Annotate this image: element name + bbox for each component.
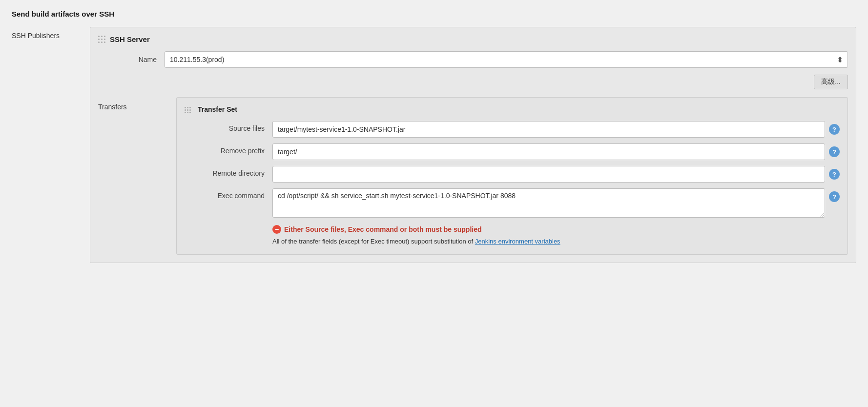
transfer-set-box: Transfer Set Source files ?: [176, 97, 848, 255]
exec-command-input-wrap: cd /opt/script/ && sh service_start.sh m…: [272, 188, 825, 219]
error-sub-before: All of the transfer fields (except for E…: [272, 238, 475, 245]
jenkins-env-vars-link[interactable]: Jenkins environment variables: [475, 238, 560, 245]
transfer-set-title: Transfer Set: [198, 105, 237, 113]
remove-prefix-row: Remove prefix ?: [185, 143, 840, 160]
page-title: Send build artifacts over SSH: [12, 10, 856, 18]
source-files-input-wrap: [272, 121, 825, 138]
transfers-label: Transfers: [98, 97, 176, 255]
exec-command-row: Exec command cd /opt/script/ && sh servi…: [185, 188, 840, 219]
advanced-btn-row: 高级...: [98, 75, 848, 89]
ssh-server-title: SSH Server: [110, 35, 150, 43]
remove-prefix-label: Remove prefix: [185, 143, 272, 155]
ssh-server-panel: SSH Server Name 10.211.55.3(prod) ⬍ 高级..…: [90, 27, 856, 263]
remove-prefix-help-icon[interactable]: ?: [829, 146, 840, 157]
advanced-button[interactable]: 高级...: [814, 75, 848, 89]
error-sub-text: All of the transfer fields (except for E…: [272, 237, 840, 246]
ssh-publishers-label: SSH Publishers: [12, 27, 90, 263]
name-label: Name: [98, 56, 157, 63]
transfers-layout: Transfers Transfer Set Source files: [98, 97, 848, 255]
remote-directory-label: Remote directory: [185, 166, 272, 177]
main-layout: SSH Publishers SSH Server Name: [12, 27, 856, 263]
name-row: Name 10.211.55.3(prod) ⬍: [98, 51, 848, 68]
error-section: − Either Source files, Exec command or b…: [185, 225, 840, 246]
drag-handle[interactable]: [98, 36, 106, 43]
source-files-label: Source files: [185, 121, 272, 132]
remote-directory-input[interactable]: [272, 166, 825, 183]
error-message-text: Either Source files, Exec command or bot…: [284, 225, 482, 233]
remove-prefix-input-group: ?: [272, 143, 840, 160]
transfer-set-header: Transfer Set: [185, 105, 840, 113]
source-files-input-group: ?: [272, 121, 840, 138]
name-select-wrapper: 10.211.55.3(prod) ⬍: [165, 51, 848, 68]
error-icon: −: [272, 225, 281, 234]
error-message-row: − Either Source files, Exec command or b…: [272, 225, 840, 234]
transfer-drag-handle[interactable]: [185, 107, 191, 113]
source-files-row: Source files ?: [185, 121, 840, 138]
remove-prefix-input-wrap: [272, 143, 825, 160]
name-select[interactable]: 10.211.55.3(prod): [165, 51, 848, 68]
remove-prefix-input[interactable]: [272, 143, 825, 160]
ssh-server-header: SSH Server: [98, 35, 848, 43]
remote-directory-help-icon[interactable]: ?: [829, 169, 840, 180]
exec-command-textarea[interactable]: cd /opt/script/ && sh service_start.sh m…: [272, 188, 825, 218]
source-files-input[interactable]: [272, 121, 825, 138]
remote-directory-input-wrap: [272, 166, 825, 183]
remote-directory-row: Remote directory ?: [185, 166, 840, 183]
exec-command-help-icon[interactable]: ?: [829, 191, 840, 202]
remote-directory-input-group: ?: [272, 166, 840, 183]
exec-command-input-group: cd /opt/script/ && sh service_start.sh m…: [272, 188, 840, 219]
exec-command-label: Exec command: [185, 188, 272, 200]
page-container: Send build artifacts over SSH SSH Publis…: [0, 0, 868, 273]
source-files-help-icon[interactable]: ?: [829, 124, 840, 135]
